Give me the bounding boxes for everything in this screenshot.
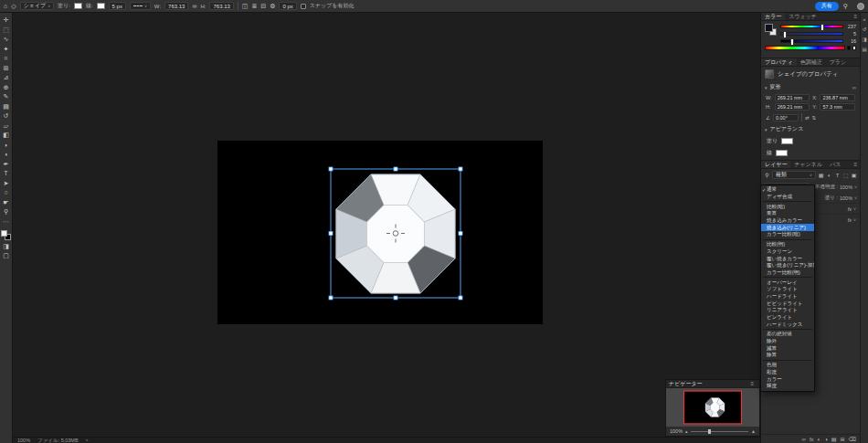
blend-mode-option[interactable]: オーバーレイ	[761, 279, 814, 286]
blend-mode-option[interactable]: スクリーン	[761, 248, 814, 256]
stroke-swatch[interactable]	[97, 3, 105, 9]
blend-mode-option[interactable]: 覆い焼き(リニア)-加算	[761, 262, 814, 269]
filter-type-icon[interactable]: T	[834, 173, 841, 178]
blend-mode-option[interactable]: カラー比較(明)	[761, 269, 814, 277]
path-select-tool[interactable]: ➤	[1, 180, 12, 187]
blend-mode-option[interactable]: 焼き込みカラー	[761, 217, 814, 225]
avatar[interactable]	[857, 3, 864, 10]
foreground-color-swatch[interactable]	[1, 230, 7, 237]
gem-shape[interactable]	[325, 163, 466, 304]
brush-tool[interactable]: ✎	[1, 93, 12, 100]
stroke-width-field[interactable]: 5 px	[109, 2, 126, 10]
hue-slider[interactable]	[780, 25, 843, 28]
link-layers-icon[interactable]: ∞	[802, 437, 806, 442]
chevron-down-icon[interactable]: ˅	[853, 217, 856, 223]
height-field[interactable]: 763.13	[209, 2, 233, 10]
blend-mode-option[interactable]: ハードミックス	[761, 321, 814, 328]
new-layer-icon[interactable]: ⊞	[840, 436, 844, 442]
hand-tool[interactable]: ☛	[1, 199, 12, 206]
hue-value[interactable]: 237	[846, 24, 856, 29]
snap-checkbox[interactable]	[301, 4, 306, 9]
corner-radius-field[interactable]: 0 px	[279, 2, 296, 10]
foreground-proxy-swatch[interactable]	[765, 24, 773, 32]
navigator-title[interactable]: ナビゲーター	[669, 380, 703, 388]
dodge-tool[interactable]: ◖	[1, 151, 12, 158]
navigator-zoom-value[interactable]: 100%	[670, 428, 683, 434]
blend-mode-option[interactable]: 比較(暗)	[761, 203, 814, 210]
y-field[interactable]: 57.3 mm	[820, 103, 855, 111]
marquee-tool[interactable]: ⬚	[1, 26, 12, 34]
move-tool[interactable]: ✛	[1, 16, 12, 24]
collapse-dock-icon[interactable]: «	[863, 16, 865, 22]
artboard[interactable]	[217, 141, 543, 324]
type-tool[interactable]: T	[1, 170, 12, 177]
brightness-value[interactable]: 16	[846, 38, 856, 44]
blend-mode-option[interactable]: 比較(明)	[761, 241, 814, 248]
history-panel-icon[interactable]: ↺	[863, 26, 867, 32]
navigator-thumbnail[interactable]	[684, 392, 741, 424]
crop-tool[interactable]: ⌗	[1, 55, 12, 62]
list-panel-icon[interactable]: ▤	[862, 47, 866, 52]
flip-horizontal-icon[interactable]: ⇄	[805, 115, 810, 121]
black-swatch[interactable]	[847, 46, 851, 50]
layer-fx-badge[interactable]: fx	[848, 217, 852, 223]
blend-mode-option[interactable]: 色相	[761, 362, 814, 369]
color-spectrum-ramp[interactable]	[765, 46, 845, 50]
zoom-level[interactable]: 100%	[17, 438, 30, 443]
filter-adjustment-icon[interactable]: ◐	[826, 173, 832, 178]
zoom-out-icon[interactable]: ▴	[685, 428, 688, 434]
blend-mode-option[interactable]: ✓通常	[761, 186, 814, 194]
filter-smart-icon[interactable]: ▣	[851, 172, 857, 178]
lasso-tool[interactable]: ∿	[1, 36, 12, 43]
path-arrange-icon[interactable]: ⊟	[260, 3, 266, 9]
shape-tool[interactable]: ○	[1, 189, 12, 196]
layer-fx-badge[interactable]: fx	[848, 206, 852, 212]
canvas-area[interactable]	[13, 13, 760, 437]
blend-mode-option[interactable]: ビビッドライト	[761, 300, 814, 307]
blend-mode-option[interactable]: 除外	[761, 338, 814, 345]
layer-mask-icon[interactable]: ◐	[818, 437, 821, 442]
tab-swatches[interactable]: スウォッチ	[785, 13, 820, 20]
flip-vertical-icon[interactable]: ⇅	[812, 115, 817, 121]
frame-tool[interactable]: ⊞	[1, 65, 12, 72]
blend-mode-option[interactable]: カラー比較(暗)	[761, 231, 814, 238]
tab-paths[interactable]: パス	[826, 161, 844, 168]
tab-channels[interactable]: チャンネル	[790, 161, 826, 168]
zoom-in-icon[interactable]: ▲	[751, 428, 756, 434]
home-icon[interactable]: ⌂	[4, 3, 7, 9]
panel-menu-icon[interactable]: ≡	[750, 381, 757, 386]
eraser-tool[interactable]: ▱	[1, 122, 12, 130]
transform-section-header[interactable]: ▾ 変形 ∞	[761, 81, 860, 93]
chevron-down-icon[interactable]: ˅	[853, 206, 856, 212]
blend-mode-option[interactable]: 輝度	[761, 383, 814, 390]
appearance-section-header[interactable]: ▾ アピアランス	[761, 123, 860, 135]
tab-layers[interactable]: レイヤー	[761, 161, 790, 168]
gear-icon[interactable]: ⚙	[270, 3, 275, 9]
pen-tool[interactable]: ✒	[1, 161, 12, 168]
gradient-tool[interactable]: ◧	[1, 132, 12, 139]
blur-tool[interactable]: ◗	[1, 142, 12, 149]
zoom-slider[interactable]	[691, 431, 748, 432]
panel-dock-icon[interactable]: ◨	[862, 37, 866, 42]
w-field[interactable]: 269.21 mm	[775, 94, 810, 101]
blend-mode-option[interactable]: 減算	[761, 344, 814, 352]
search-icon[interactable]: ⚲	[843, 3, 848, 9]
blend-mode-option[interactable]: 覆い焼きカラー	[761, 255, 814, 262]
x-field[interactable]: 236.87 mm	[820, 94, 855, 101]
blend-mode-option[interactable]: 差の絶対値	[761, 331, 814, 338]
saturation-value[interactable]: 5	[846, 31, 856, 37]
healing-tool[interactable]: ⊕	[1, 84, 12, 91]
disclosure-triangle-icon[interactable]: ▾	[765, 85, 767, 90]
quick-select-tool[interactable]: ✦	[1, 46, 12, 53]
link-dimensions-icon[interactable]: ∞	[192, 3, 196, 9]
tab-properties[interactable]: プロパティ	[761, 58, 797, 66]
blend-mode-option-selected[interactable]: 焼き込み(リニア)	[761, 224, 814, 231]
edit-toolbar-icon[interactable]: ⋯	[1, 218, 12, 226]
blend-mode-option[interactable]: 乗算	[761, 210, 814, 217]
layer-fill-value[interactable]: 100%	[840, 195, 852, 201]
blend-mode-option[interactable]: カラー	[761, 375, 814, 383]
history-brush-tool[interactable]: ↺	[1, 112, 12, 120]
disclosure-triangle-icon[interactable]: ▾	[765, 127, 767, 132]
zoom-slider-knob[interactable]	[708, 429, 711, 434]
blend-mode-option[interactable]: リニアライト	[761, 307, 814, 314]
